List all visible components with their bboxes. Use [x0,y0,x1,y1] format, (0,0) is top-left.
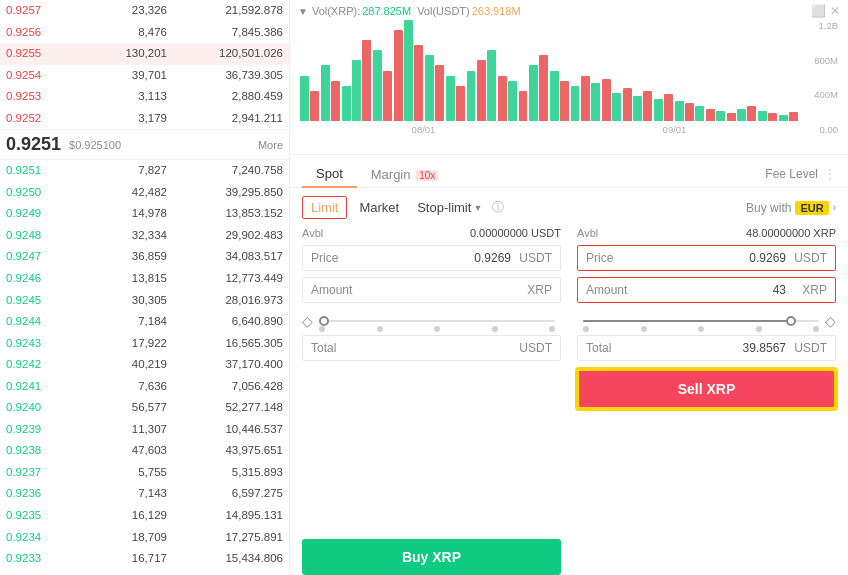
buy-total-unit: USDT [517,341,552,355]
buy-total-field[interactable]: Total USDT [302,335,561,361]
vol-xrp-label: Vol(XRP): [312,5,360,17]
buy-price-value[interactable]: 0.9269 [361,251,511,265]
tab-spot[interactable]: Spot [302,161,357,188]
buy-slider[interactable]: ◇ [302,313,561,329]
stop-arrow: ▼ [473,203,482,213]
volume-bar [550,71,559,122]
buy-avbl-row: Avbl 0.00000000 USDT [302,225,561,245]
orderbook-buy-row: 0.9251 7,827 7,240.758 [0,160,289,182]
sell-button-wrap: Sell XRP [577,369,836,409]
ot-limit[interactable]: Limit [302,196,347,219]
volume-bar [498,76,507,121]
chart-icons: ⬜ ✕ [811,4,840,18]
volume-bar [664,94,673,121]
ot-market[interactable]: Market [351,197,407,218]
sell-total-field[interactable]: Total 39.8567 USDT [577,335,836,361]
sell-button[interactable]: Sell XRP [577,369,836,409]
volume-bar [612,93,621,121]
volume-bar [394,30,403,121]
settings-icon[interactable]: ⋮ [824,167,836,181]
volume-bar [529,65,538,121]
sell-price-label: Price [586,251,636,265]
more-link[interactable]: More [258,139,283,151]
volume-bar [519,91,528,121]
collapse-icon[interactable]: ▼ [298,6,308,17]
form-columns: Avbl 0.00000000 USDT Price 0.9269 USDT A… [290,225,848,575]
orderbook-sell-row: 0.9255 130,201 120,501.026 [0,43,289,65]
orderbook-buy-row: 0.9247 36,859 34,083.517 [0,246,289,268]
volume-bar [342,86,351,121]
sell-price-value[interactable]: 0.9269 [636,251,786,265]
chart-icon-1[interactable]: ⬜ [811,4,826,18]
fee-level[interactable]: Fee Level [765,167,818,181]
volume-bar [633,96,642,121]
buy-slider-diamond[interactable]: ◇ [302,313,313,329]
buy-price-field[interactable]: Price 0.9269 USDT [302,245,561,271]
buy-amount-field[interactable]: Amount XRP [302,277,561,303]
buy-with-arrow: › [833,202,836,213]
slider-dot[interactable] [698,326,704,332]
volume-bar [362,40,371,121]
sell-amount-field[interactable]: Amount 43 XRP [577,277,836,303]
sell-amount-unit: XRP [792,283,827,297]
vol-usdt-val: 263.918M [472,5,521,17]
volume-bar [487,50,496,121]
volume-bar [768,113,777,121]
margin-badge: 10x [416,170,438,181]
orderbook: 0.9257 23,326 21,592.878 0.9256 8,476 7,… [0,0,290,575]
volume-bar [539,55,548,121]
slider-dot[interactable] [641,326,647,332]
sell-amount-value[interactable]: 43 [636,283,786,297]
chart-canvas: 1.2B 800M 400M 0.00 08/01 09/01 [298,20,840,135]
ot-stop[interactable]: Stop-limit ▼ [411,197,488,218]
slider-dot[interactable] [377,326,383,332]
volume-bar [508,81,517,121]
slider-dot[interactable] [434,326,440,332]
info-icon[interactable]: ⓘ [492,199,504,216]
volume-bar [414,45,423,121]
slider-dot[interactable] [319,326,325,332]
eur-badge[interactable]: EUR [795,201,828,215]
trading-section: Spot Margin 10x Fee Level ⋮ Limit Market… [290,155,848,575]
buy-amount-unit: XRP [517,283,552,297]
volume-bar [727,113,736,121]
slider-dot[interactable] [492,326,498,332]
tab-margin[interactable]: Margin 10x [357,162,453,187]
vol-xrp-val: 287.825M [362,5,411,17]
volume-bar [373,50,382,121]
orderbook-sell-row: 0.9256 8,476 7,845.386 [0,22,289,44]
buy-with: Buy with EUR › [746,201,836,215]
y-axis: 1.2B 800M 400M 0.00 [802,20,840,135]
sell-price-unit: USDT [792,251,827,265]
slider-dot[interactable] [583,326,589,332]
chart-area: ▼ Vol(XRP): 287.825M Vol(USDT) 263.918M … [290,0,848,155]
volume-bar [310,91,319,121]
buy-button[interactable]: Buy XRP [302,539,561,575]
volume-bar [706,109,715,121]
volume-bar [643,91,652,121]
buy-price-unit: USDT [517,251,552,265]
sell-total-label: Total [586,341,636,355]
slider-dot[interactable] [756,326,762,332]
slider-dot[interactable] [549,326,555,332]
volume-bar [779,115,788,121]
slider-dot[interactable] [813,326,819,332]
sell-slider-diamond[interactable]: ◇ [825,313,836,329]
chart-header: ▼ Vol(XRP): 287.825M Vol(USDT) 263.918M … [298,4,840,18]
chart-icon-2[interactable]: ✕ [830,4,840,18]
sell-total-unit: USDT [792,341,827,355]
buy-form-col: Avbl 0.00000000 USDT Price 0.9269 USDT A… [302,225,561,575]
sell-slider[interactable]: ◇ [577,313,836,329]
volume-bar [716,111,725,121]
orderbook-buy-row: 0.9241 7,636 7,056.428 [0,376,289,398]
orderbook-sell-row: 0.9254 39,701 36,739.305 [0,65,289,87]
sell-price-field[interactable]: Price 0.9269 USDT [577,245,836,271]
tabs-row: Spot Margin 10x Fee Level ⋮ [290,155,848,188]
orderbook-sell-row: 0.9257 23,326 21,592.878 [0,0,289,22]
volume-bar [571,86,580,121]
sell-total-value[interactable]: 39.8567 [636,341,786,355]
orderbook-buy-row: 0.9248 32,334 29,902.483 [0,225,289,247]
volume-bar [623,88,632,121]
vol-usdt-label: Vol(USDT) [417,5,470,17]
volume-bar [477,60,486,121]
